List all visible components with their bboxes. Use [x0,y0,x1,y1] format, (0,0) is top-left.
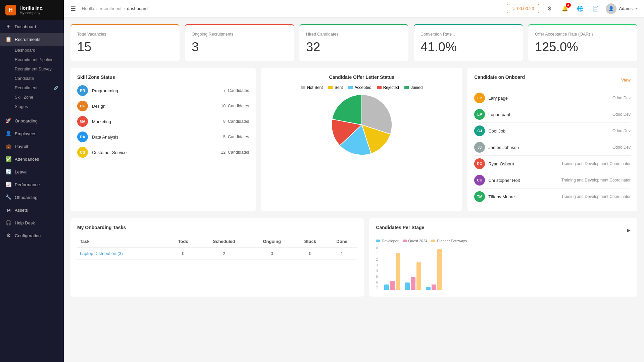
pie-chart-svg [332,95,392,155]
sidebar-item-employees[interactable]: 👤 Employees [0,127,64,140]
sidebar-item-attendances[interactable]: ✅ Attendances [0,153,64,165]
chart-legend-label: Quest 2024 [408,239,428,243]
chart-legend-dot [403,240,407,242]
main-area: ☰ Horilla › recruitment › dashboard ▷ 00… [64,0,644,362]
onboard-item[interactable]: LP Logan paul Odoo Dev [474,106,631,123]
chart-legend-item: Pioneer Pathways [431,239,467,243]
breadcrumb-horilla[interactable]: Horilla [82,6,94,11]
tasks-table: Task Todo Scheduled Ongoing Stuck Done L… [77,236,357,260]
sidebar-item-payroll[interactable]: 💼 Payroll [0,140,64,153]
company-sub: My company [19,11,44,15]
legend-dot [377,86,382,89]
stat-value-hired: 32 [306,40,402,54]
sidebar-sub-survey[interactable]: Recruitment Survey [0,64,64,74]
stat-card-vacancies: Total Vacancies 15 [70,24,180,61]
breadcrumb-recruitment[interactable]: recruitment [100,6,121,11]
pie-legend-item: Not Sent [301,85,323,90]
onboard-header: Candidate on Onboard View [474,74,631,85]
chart-arrow-right[interactable]: ▶ [627,227,631,233]
task-ongoing: 0 [250,248,294,260]
stat-card-ongoing: Ongoing Recruitments 3 [185,24,294,61]
col-todo: Todo [168,236,198,248]
col-done: Done [327,236,357,248]
middle-panels-row: Skill Zone Status PR Programming 7 Candi… [70,68,637,211]
globe-icon: 🌐 [577,5,584,12]
skill-item-undefined[interactable]: CS Customer Service 12 Candidates [77,147,249,158]
skill-item-undefined[interactable]: PR Programming 7 Candidates [77,85,249,96]
legend-dot [301,86,305,89]
user-menu[interactable]: 👤 Adams ▾ [606,3,637,14]
bar [432,285,436,290]
tasks-body: Laptop Distribution (3) 0 2 0 0 1 [77,248,357,260]
skill-item-undefined[interactable]: DA Data Analysis 5 Candidates [77,132,249,142]
sidebar-item-performance[interactable]: 📈 Performance [0,178,64,191]
onboard-role: Training and Development Coordinator [561,194,631,199]
stat-card-hired: Hired Candidates 32 [299,24,408,61]
hamburger-icon[interactable]: ☰ [70,5,76,12]
sidebar-item-assets[interactable]: 🖥 Assets [0,204,64,216]
skill-badge: CS [77,147,88,158]
sidebar-sub-stages[interactable]: Stages [0,102,64,111]
doc-button[interactable]: 📄 [590,3,601,14]
bar-group [426,249,442,290]
pie-chart-title: Candidate Offer Letter Status [329,74,394,80]
sidebar-item-helpdesk[interactable]: 🎧 Help Desk [0,216,64,229]
onboard-items-list: LP Lary page Odoo Dev LP Logan paul Odoo… [474,90,631,205]
tasks-title: My Onboarding Tasks [77,225,357,230]
onboard-avatar: RO [474,158,485,169]
onboard-avatar: CJ [474,125,485,136]
skill-zone-panel: Skill Zone Status PR Programming 7 Candi… [70,68,256,211]
user-name: Adams [619,6,633,11]
timer-button[interactable]: ▷ 00:00:23 [507,4,539,13]
skill-item-undefined[interactable]: MA Marketing 8 Candidates [77,116,249,127]
company-name: Horilla Inc. [19,5,44,11]
sidebar-item-configuration[interactable]: ⚙ Configuration [0,229,64,242]
sidebar-item-onboarding[interactable]: 🚀 Onboarding [0,114,64,127]
stat-label-hired: Hired Candidates [306,32,402,37]
onboard-name: Logan paul [488,112,609,117]
breadcrumb-sep1: › [96,6,98,11]
sidebar-item-recruitments[interactable]: 📋 Recruitments [0,33,64,46]
skill-item-undefined[interactable]: DE Design 10 Candidates [77,101,249,111]
sidebar-item-leave[interactable]: 🔄 Leave [0,165,64,178]
skill-count: 8 Candidates [223,119,249,124]
onboard-item[interactable]: LP Lary page Odoo Dev [474,90,631,106]
onboard-item[interactable]: TM Tiffany Moore Training and Developmen… [474,189,631,205]
pie-segment [332,95,361,125]
sidebar-sub-dashboard[interactable]: Dashboard [0,46,64,55]
sidebar-sub-pipeline[interactable]: Recruitment Pipeline [0,55,64,64]
sidebar-item-dashboard[interactable]: ⊞ Dashboard [0,20,64,33]
view-link[interactable]: View [621,77,631,83]
onboard-avatar: LP [474,93,485,103]
bar [426,287,431,290]
payroll-icon: 💼 [5,143,11,149]
stat-card-oar: Offer Acceptance Rate (OAR) ℹ 125.0% [528,24,637,61]
chart-legend-dot [376,240,380,242]
chart-legend-label: Developer [382,239,398,243]
onboard-item[interactable]: CJ Cool Job Odoo Dev [474,123,631,139]
pie-legend: Not SentSentAcceptedRejectedJoined [301,85,423,90]
skill-badge: MA [77,116,88,127]
legend-label: Accepted [355,85,371,90]
settings-button[interactable]: ⚙ [544,3,555,14]
legend-dot [404,86,409,89]
globe-button[interactable]: 🌐 [575,3,586,14]
logo-box: H [5,5,16,15]
topbar-right: ▷ 00:00:23 ⚙ 🔔 4 🌐 📄 👤 Adams ▾ [507,3,637,14]
bar [416,262,421,290]
onboard-item[interactable]: RO Ryan Osborn Training and Development … [474,156,631,172]
sidebar-sub-candidate[interactable]: Candidate [0,74,64,83]
onboard-item[interactable]: CH Christopher Holt Training and Develop… [474,172,631,189]
chart-legend-item: Quest 2024 [403,239,428,243]
notifications-button[interactable]: 🔔 4 [559,3,570,14]
task-name[interactable]: Laptop Distribution (3) [77,248,168,260]
attendances-icon: ✅ [5,156,11,162]
onboard-avatar: JJ [474,142,485,153]
helpdesk-icon: 🎧 [5,220,11,226]
notification-badge: 4 [566,3,571,8]
onboard-item[interactable]: JJ James Johnson Odoo Dev [474,139,631,156]
sidebar-sub-skillzone[interactable]: Skill Zone [0,93,64,102]
sidebar-sub-recruitment[interactable]: Recruitment 🔗 [0,83,64,93]
sidebar-item-offboarding[interactable]: 🔧 Offboarding [0,191,64,204]
info-icon-conversion: ℹ [453,32,455,37]
